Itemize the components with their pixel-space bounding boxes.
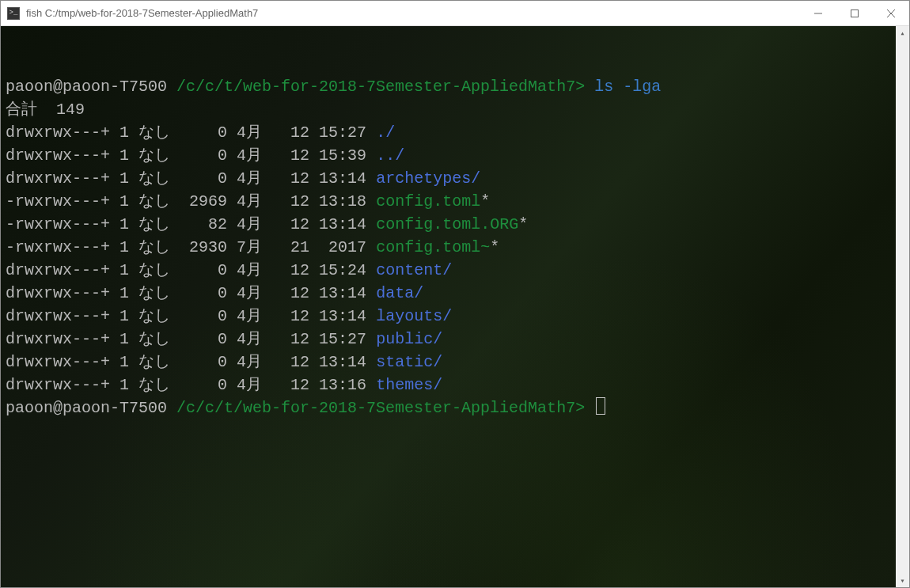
terminal-viewport[interactable]: paoon@paoon-T7500 /c/c/t/web-for-2018-7S… — [1, 26, 896, 587]
prompt-path: /c/c/t/web-for-2018-7Semester-AppliedMat… — [176, 78, 575, 96]
ls-size: 0 — [180, 146, 237, 165]
prompt-sep: > — [575, 399, 585, 417]
ls-permissions: drwxrwx---+ — [6, 123, 119, 142]
ls-size: 2930 — [180, 238, 237, 256]
ls-links: 1 — [119, 284, 138, 302]
ls-row: drwxrwx---+ 1 なし 0 4月 12 15:24 content/ — [6, 259, 891, 282]
ls-links: 1 — [119, 330, 138, 348]
ls-size: 0 — [180, 123, 237, 142]
ls-filename: layouts/ — [376, 307, 452, 325]
ls-day: 12 — [281, 284, 319, 302]
ls-month: 4月 — [237, 307, 281, 325]
ls-permissions: -rwxrwx---+ — [6, 215, 119, 233]
ls-size: 0 — [180, 353, 237, 371]
ls-day: 12 — [281, 353, 319, 371]
maximize-button[interactable] — [836, 1, 873, 25]
ls-filename: content/ — [376, 261, 452, 279]
ls-links: 1 — [119, 192, 138, 211]
ls-month: 4月 — [237, 261, 281, 279]
ls-row: drwxrwx---+ 1 なし 0 4月 12 15:27 ./ — [6, 121, 891, 144]
ls-size: 0 — [180, 169, 237, 188]
close-button[interactable] — [873, 1, 909, 25]
ls-month: 4月 — [237, 192, 281, 211]
ls-suffix: * — [480, 192, 490, 211]
window-title: fish C:/tmp/web-for-2018-7Semester-Appli… — [26, 7, 800, 19]
scroll-down-icon[interactable]: ▾ — [896, 574, 909, 587]
ls-permissions: drwxrwx---+ — [6, 261, 119, 279]
ls-permissions: drwxrwx---+ — [6, 353, 119, 371]
ls-month: 4月 — [237, 284, 281, 302]
ls-day: 12 — [281, 330, 319, 348]
ls-filename: public/ — [376, 330, 442, 348]
ls-row: -rwxrwx---+ 1 なし 2930 7月 21 2017 config.… — [6, 236, 891, 259]
ls-permissions: drwxrwx---+ — [6, 146, 119, 165]
ls-links: 1 — [119, 261, 138, 279]
ls-size: 0 — [180, 330, 237, 348]
terminal-line: paoon@paoon-T7500 /c/c/t/web-for-2018-7S… — [6, 396, 891, 419]
scroll-track[interactable] — [896, 40, 909, 574]
ls-filename: config.toml~ — [376, 238, 490, 256]
ls-owner: なし — [138, 376, 180, 394]
minimize-button[interactable] — [800, 1, 836, 25]
ls-filename: ./ — [376, 123, 395, 142]
terminal-line: 合計 149 — [6, 98, 891, 121]
ls-links: 1 — [119, 146, 138, 165]
ls-row: drwxrwx---+ 1 なし 0 4月 12 13:14 layouts/ — [6, 305, 891, 328]
ls-permissions: drwxrwx---+ — [6, 284, 119, 302]
ls-owner: なし — [138, 192, 180, 211]
terminal-cursor — [596, 397, 605, 415]
svg-rect-1 — [851, 9, 859, 17]
vertical-scrollbar[interactable]: ▴ ▾ — [896, 26, 909, 587]
ls-permissions: drwxrwx---+ — [6, 169, 119, 188]
ls-time: 15:39 — [319, 146, 376, 165]
ls-links: 1 — [119, 307, 138, 325]
ls-permissions: -rwxrwx---+ — [6, 238, 119, 256]
ls-time: 13:14 — [319, 215, 376, 233]
ls-owner: なし — [138, 330, 180, 348]
ls-time: 13:14 — [319, 284, 376, 302]
ls-row: drwxrwx---+ 1 なし 0 4月 12 13:16 themes/ — [6, 374, 891, 396]
ls-time: 13:14 — [319, 307, 376, 325]
ls-time: 2017 — [319, 238, 376, 256]
ls-time: 15:27 — [319, 330, 376, 348]
ls-filename: themes/ — [376, 376, 442, 394]
ls-owner: なし — [138, 261, 180, 279]
ls-filename: data/ — [376, 284, 423, 302]
ls-month: 4月 — [237, 376, 281, 394]
ls-owner: なし — [138, 169, 180, 188]
ls-size: 0 — [180, 307, 237, 325]
ls-month: 7月 — [237, 238, 281, 256]
ls-permissions: drwxrwx---+ — [6, 376, 119, 394]
ls-row: drwxrwx---+ 1 なし 0 4月 12 15:39 ../ — [6, 144, 891, 167]
ls-owner: なし — [138, 353, 180, 371]
prompt-userhost: paoon@paoon-T7500 — [6, 78, 176, 96]
ls-month: 4月 — [237, 330, 281, 348]
ls-filename: config.toml — [376, 192, 480, 211]
titlebar[interactable]: >_ fish C:/tmp/web-for-2018-7Semester-Ap… — [1, 1, 909, 26]
terminal-line: paoon@paoon-T7500 /c/c/t/web-for-2018-7S… — [6, 75, 891, 98]
ls-row: drwxrwx---+ 1 なし 0 4月 12 13:14 static/ — [6, 351, 891, 374]
ls-owner: なし — [138, 215, 180, 233]
prompt-userhost: paoon@paoon-T7500 — [6, 399, 176, 417]
scroll-up-icon[interactable]: ▴ — [896, 26, 909, 40]
ls-month: 4月 — [237, 146, 281, 165]
ls-owner: なし — [138, 307, 180, 325]
ls-suffix: * — [518, 215, 528, 233]
ls-size: 0 — [180, 261, 237, 279]
ls-owner: なし — [138, 146, 180, 165]
prompt-sep: > — [575, 78, 585, 96]
terminal-app-icon: >_ — [7, 7, 20, 20]
ls-day: 12 — [281, 146, 319, 165]
ls-permissions: drwxrwx---+ — [6, 330, 119, 348]
ls-row: drwxrwx---+ 1 なし 0 4月 12 15:27 public/ — [6, 328, 891, 351]
ls-permissions: -rwxrwx---+ — [6, 192, 119, 211]
ls-total-line: 合計 149 — [6, 101, 85, 119]
ls-permissions: drwxrwx---+ — [6, 307, 119, 325]
ls-day: 21 — [281, 238, 319, 256]
ls-size: 82 — [180, 215, 237, 233]
ls-owner: なし — [138, 123, 180, 142]
ls-row: drwxrwx---+ 1 なし 0 4月 12 13:14 archetype… — [6, 167, 891, 190]
ls-day: 12 — [281, 123, 319, 142]
ls-links: 1 — [119, 215, 138, 233]
terminal-window: >_ fish C:/tmp/web-for-2018-7Semester-Ap… — [0, 0, 910, 588]
